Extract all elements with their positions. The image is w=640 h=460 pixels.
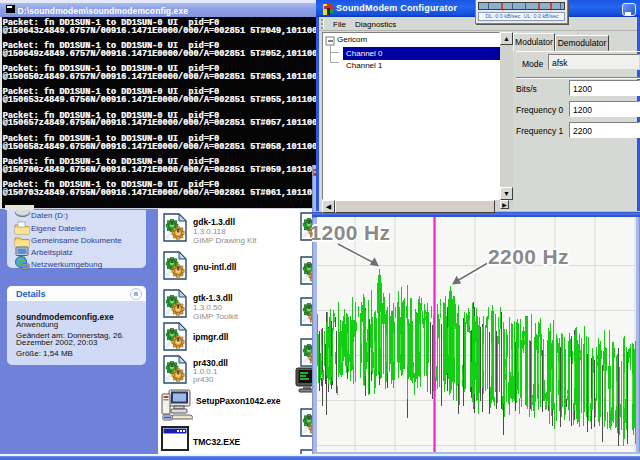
svg-text:1200 Hz: 1200 Hz: [312, 221, 391, 244]
svg-text:2200 Hz: 2200 Hz: [488, 245, 569, 268]
